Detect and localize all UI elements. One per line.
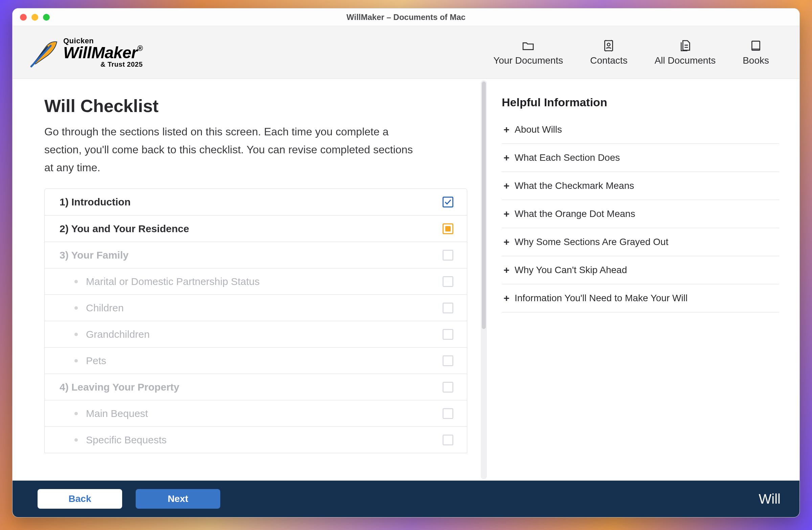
checklist-label: 1) Introduction [60, 196, 131, 208]
book-icon [749, 39, 763, 53]
checklist-label-text: 2) You and Your Residence [60, 223, 189, 234]
checkbox-empty-icon [443, 276, 453, 287]
checklist-label: Grandchildren [60, 329, 149, 340]
help-title: Helpful Information [502, 96, 779, 109]
brand-willmaker: WillMaker® [63, 45, 143, 61]
checklist-label: 2) You and Your Residence [60, 223, 189, 234]
checklist-label-text: Children [86, 302, 124, 314]
nav-label: Contacts [590, 55, 628, 66]
checklist: 1) Introduction2) You and Your Residence… [44, 188, 467, 453]
app-logo: Quicken WillMaker® & Trust 2025 [29, 37, 143, 68]
checklist-label: Specific Bequests [60, 434, 166, 446]
checklist-row: Main Bequest [45, 400, 467, 427]
help-item[interactable]: +About Wills [502, 116, 779, 144]
checklist-row: Grandchildren [45, 321, 467, 347]
nav-all-documents[interactable]: All Documents [655, 39, 716, 66]
nav-label: All Documents [655, 55, 716, 66]
expand-icon: + [503, 292, 510, 304]
checkbox-empty-icon [443, 355, 453, 366]
bullet-icon [74, 333, 78, 336]
nav-books[interactable]: Books [743, 39, 769, 66]
logo-text: Quicken WillMaker® & Trust 2025 [63, 37, 143, 68]
checklist-label-text: 3) Your Family [60, 249, 129, 261]
feather-icon [29, 37, 60, 68]
minimize-window-button[interactable] [31, 14, 38, 20]
page-description: Go through the sections listed on this s… [44, 123, 423, 176]
footer: Back Next Will [13, 481, 799, 517]
help-item[interactable]: +What Each Section Does [502, 144, 779, 172]
contacts-icon [602, 39, 615, 53]
back-button[interactable]: Back [38, 489, 122, 509]
help-list: +About Wills+What Each Section Does+What… [502, 116, 779, 312]
main-pane: Will Checklist Go through the sections l… [13, 79, 481, 481]
checkbox-empty-icon [443, 250, 453, 261]
toolbar: Quicken WillMaker® & Trust 2025 Your Doc… [13, 26, 799, 79]
expand-icon: + [503, 152, 510, 163]
help-item-label: Why You Can't Skip Ahead [514, 265, 627, 275]
svg-point-1 [607, 43, 610, 46]
expand-icon: + [503, 180, 510, 191]
help-item-label: What the Checkmark Means [514, 181, 634, 191]
checklist-label: 3) Your Family [60, 249, 129, 261]
help-item[interactable]: +Why You Can't Skip Ahead [502, 256, 779, 284]
bullet-icon [74, 359, 78, 362]
page-title: Will Checklist [44, 96, 467, 116]
checklist-label-text: Grandchildren [86, 329, 149, 340]
expand-icon: + [503, 124, 510, 135]
help-item-label: About Wills [514, 124, 562, 135]
app-window: WillMaker – Documents of Mac Quicken Wil… [12, 8, 800, 517]
checklist-label-text: Main Bequest [86, 408, 148, 419]
footer-doc-type: Will [759, 491, 781, 507]
help-item-label: Why Some Sections Are Grayed Out [514, 237, 668, 247]
next-button[interactable]: Next [136, 489, 220, 509]
brand-trust: & Trust 2025 [63, 61, 143, 68]
checklist-row[interactable]: 1) Introduction [45, 189, 467, 215]
nav-contacts[interactable]: Contacts [590, 39, 628, 66]
help-item-label: Information You'll Need to Make Your Wil… [514, 293, 687, 304]
bullet-icon [74, 438, 78, 442]
bullet-icon [74, 412, 78, 415]
checklist-row: 4) Leaving Your Property [45, 374, 467, 400]
checklist-label: Children [60, 302, 124, 314]
help-item-label: What the Orange Dot Means [514, 209, 635, 219]
window-title: WillMaker – Documents of Mac [346, 13, 466, 22]
checklist-row: Pets [45, 347, 467, 374]
checklist-label: Marital or Domestic Partnership Status [60, 276, 260, 287]
checklist-label-text: 1) Introduction [60, 196, 131, 207]
bullet-icon [74, 280, 78, 283]
checklist-label-text: 4) Leaving Your Property [60, 382, 179, 392]
bullet-icon [74, 306, 78, 310]
checklist-label: Pets [60, 355, 106, 367]
checkbox-empty-icon [443, 408, 453, 419]
window-controls [20, 14, 50, 20]
checklist-label-text: Specific Bequests [86, 434, 166, 446]
checklist-label-text: Pets [86, 355, 106, 367]
nav-your-documents[interactable]: Your Documents [493, 39, 563, 66]
help-item[interactable]: +What the Orange Dot Means [502, 200, 779, 228]
titlebar: WillMaker – Documents of Mac [13, 9, 799, 26]
expand-icon: + [503, 208, 510, 220]
nav-label: Books [743, 55, 769, 66]
help-item-label: What Each Section Does [514, 152, 620, 163]
expand-icon: + [503, 236, 510, 248]
scrollbar[interactable] [481, 80, 487, 479]
checkbox-empty-icon [443, 329, 453, 340]
checklist-row: Specific Bequests [45, 427, 467, 453]
content-area: Will Checklist Go through the sections l… [13, 79, 799, 481]
checklist-row: 3) Your Family [45, 242, 467, 268]
help-item[interactable]: +Why Some Sections Are Grayed Out [502, 228, 779, 256]
toolbar-nav: Your Documents Contacts All Documents Bo… [493, 39, 783, 66]
nav-label: Your Documents [493, 55, 563, 66]
checklist-row[interactable]: 2) You and Your Residence [45, 215, 467, 242]
checkbox-empty-icon [443, 382, 453, 392]
help-pane: Helpful Information +About Wills+What Ea… [488, 79, 799, 481]
checklist-label-text: Marital or Domestic Partnership Status [86, 276, 260, 287]
folder-icon [521, 39, 535, 53]
checklist-label: 4) Leaving Your Property [60, 382, 179, 393]
close-window-button[interactable] [20, 14, 27, 20]
checkbox-checked-icon [443, 197, 453, 207]
help-item[interactable]: +What the Checkmark Means [502, 172, 779, 200]
scrollbar-thumb[interactable] [482, 82, 486, 329]
help-item[interactable]: +Information You'll Need to Make Your Wi… [502, 284, 779, 312]
zoom-window-button[interactable] [43, 14, 50, 20]
